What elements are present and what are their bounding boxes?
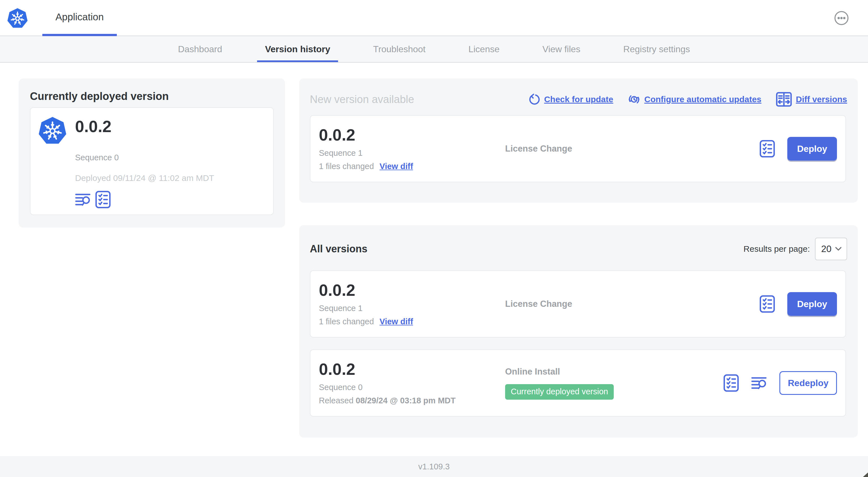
results-per-page: Results per page: 20 [744, 238, 847, 260]
view-diff-link[interactable]: View diff [379, 162, 413, 171]
sequence-label: Sequence 1 [319, 148, 497, 158]
tab-application[interactable]: Application [42, 0, 117, 36]
new-version-title: New version available [310, 93, 414, 106]
config-checklist-icon[interactable] [95, 191, 111, 208]
logs-icon[interactable] [751, 376, 767, 390]
version-label: 0.0.2 [319, 126, 497, 144]
released-timestamp: Released 08/29/24 @ 03:18 pm MDT [319, 396, 497, 405]
tab-view-files[interactable]: View files [542, 36, 581, 62]
diff-versions-link[interactable]: Diff versions [776, 92, 847, 107]
version-label: 0.0.2 [319, 282, 497, 299]
version-row: 0.0.2 Sequence 1 1 files changed View di… [310, 270, 846, 337]
tab-version-history[interactable]: Version history [265, 36, 330, 62]
console-version-label: v1.109.3 [418, 462, 450, 471]
deploy-button[interactable]: Deploy [787, 137, 837, 160]
all-versions-panel: All versions Results per page: 20 0.0.2 … [299, 225, 858, 438]
deploy-button[interactable]: Deploy [787, 292, 837, 316]
version-row: 0.0.2 Sequence 0 Released 08/29/24 @ 03:… [310, 350, 846, 417]
results-per-page-label: Results per page: [744, 244, 810, 254]
version-label: 0.0.2 [319, 361, 497, 378]
version-actions: Deploy [760, 292, 845, 316]
chevron-down-icon [835, 247, 841, 251]
current-version-label: 0.0.2 [75, 117, 112, 136]
check-for-update-label: Check for update [544, 94, 613, 104]
auto-update-clock-icon [628, 93, 640, 106]
view-diff-link[interactable]: View diff [379, 317, 413, 326]
section-nav: Dashboard Version history Troubleshoot L… [0, 36, 868, 63]
currently-deployed-panel: Currently deployed version 0.0.2 Sequenc… [19, 79, 285, 228]
currently-deployed-title: Currently deployed version [19, 79, 285, 102]
config-checklist-icon[interactable] [760, 295, 775, 313]
tab-troubleshoot[interactable]: Troubleshoot [373, 36, 426, 62]
cursor-artifact [863, 473, 868, 477]
kubernetes-logo-icon [7, 7, 28, 29]
sequence-label: Sequence 0 [319, 383, 497, 392]
version-actions: Redeploy [723, 371, 845, 395]
source-label: License Change [505, 144, 760, 154]
configure-automatic-updates-label: Configure automatic updates [644, 94, 761, 104]
new-version-row: 0.0.2 Sequence 1 1 files changed View di… [310, 115, 846, 182]
config-checklist-icon[interactable] [760, 140, 775, 157]
config-checklist-icon[interactable] [723, 374, 739, 392]
current-sequence-label: Sequence 0 [75, 153, 119, 162]
files-changed-row: 1 files changed View diff [319, 317, 497, 326]
source-label: License Change [505, 299, 760, 309]
version-info: 0.0.2 Sequence 1 1 files changed View di… [310, 282, 497, 327]
diff-icon [776, 92, 792, 107]
all-versions-header: All versions Results per page: 20 [299, 225, 858, 260]
version-source: Online Install Currently deployed versio… [497, 367, 723, 400]
files-changed-row: 1 files changed View diff [319, 162, 497, 171]
footer: v1.109.3 [0, 456, 868, 477]
version-source: License Change [497, 144, 760, 154]
configure-automatic-updates-link[interactable]: Configure automatic updates [628, 93, 761, 106]
check-for-update-link[interactable]: Check for update [529, 94, 613, 105]
update-actions: Check for update Configure automatic upd… [529, 92, 847, 107]
admin-console-page: Application Dashboard Version history Tr… [0, 0, 868, 477]
version-info: 0.0.2 Sequence 1 1 files changed View di… [310, 126, 497, 171]
tab-license[interactable]: License [468, 36, 499, 62]
kubernetes-app-icon [38, 116, 67, 145]
current-deployed-timestamp: Deployed 09/11/24 @ 11:02 am MDT [75, 173, 214, 183]
tab-dashboard[interactable]: Dashboard [178, 36, 222, 62]
currently-deployed-badge: Currently deployed version [505, 384, 614, 400]
all-versions-title: All versions [310, 243, 367, 255]
source-label: Online Install [505, 367, 723, 377]
released-prefix: Released [319, 396, 353, 405]
files-changed-label: 1 files changed [319, 317, 374, 326]
refresh-icon [529, 94, 540, 105]
version-actions: Deploy [760, 137, 845, 160]
results-per-page-select[interactable]: 20 [815, 238, 847, 260]
released-date: 08/29/24 @ 03:18 pm MDT [356, 396, 456, 405]
files-changed-label: 1 files changed [319, 162, 374, 171]
tab-registry-settings[interactable]: Registry settings [623, 36, 690, 62]
diff-versions-label: Diff versions [796, 94, 847, 104]
sequence-label: Sequence 1 [319, 304, 497, 313]
app-title: Application [55, 11, 103, 23]
current-version-actions [75, 191, 111, 208]
new-version-header: New version available Check for update C… [299, 79, 858, 107]
version-source: License Change [497, 299, 760, 309]
results-per-page-value: 20 [821, 244, 832, 254]
new-version-panel: New version available Check for update C… [299, 79, 858, 203]
version-info: 0.0.2 Sequence 0 Released 08/29/24 @ 03:… [310, 361, 497, 406]
redeploy-button[interactable]: Redeploy [779, 371, 837, 395]
app-header: Application [0, 0, 868, 36]
currently-deployed-card: 0.0.2 Sequence 0 Deployed 09/11/24 @ 11:… [30, 107, 274, 215]
logs-icon[interactable] [75, 193, 91, 206]
more-options-ellipsis-icon[interactable] [834, 11, 849, 25]
